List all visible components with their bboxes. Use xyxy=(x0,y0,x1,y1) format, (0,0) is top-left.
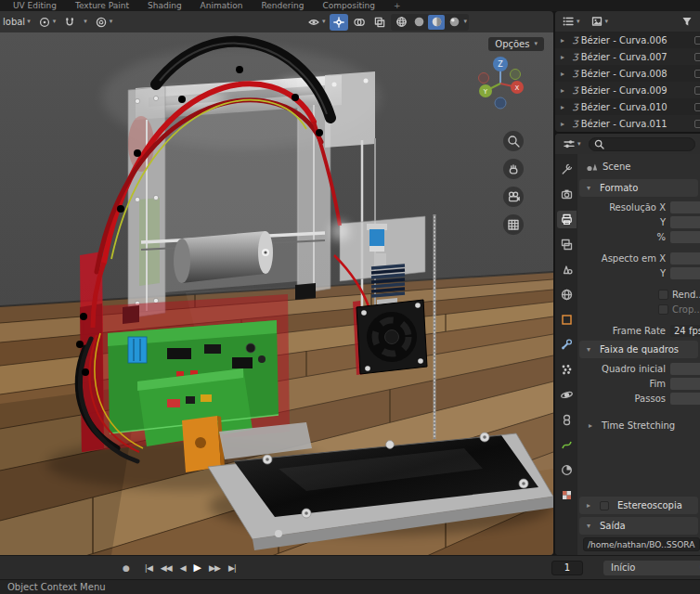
add-workspace-button[interactable]: + xyxy=(394,1,401,10)
section-title: Faixa de quadros xyxy=(600,344,679,355)
tab-object[interactable] xyxy=(557,311,577,329)
next-keyframe-button[interactable]: ▶▶ xyxy=(209,563,220,573)
xray-toggle[interactable] xyxy=(370,14,389,31)
shading-material-preview-button[interactable] xyxy=(428,15,445,30)
snap-toggle-button[interactable] xyxy=(60,14,79,31)
aspect-y-field[interactable] xyxy=(670,267,700,279)
tab-object-data[interactable] xyxy=(557,436,577,454)
section-formato[interactable]: ▾ Formato xyxy=(579,179,698,197)
tab-physics[interactable] xyxy=(557,386,577,404)
visibility-icon[interactable] xyxy=(694,53,700,61)
expand-arrow-icon[interactable]: ▸ xyxy=(561,36,569,45)
tab-world[interactable] xyxy=(557,286,577,303)
zoom-button[interactable] xyxy=(503,131,524,151)
frame-start-field[interactable]: Início 0 xyxy=(603,561,700,575)
crop-checkbox[interactable] xyxy=(658,304,668,315)
outliner: ▾ ▾ ▸ Ʒ Bézier - Curva.006 xyxy=(555,11,700,132)
outliner-row[interactable]: ▸ Ʒ Bézier - Curva.010 xyxy=(555,98,700,115)
toggle-ortho-button[interactable] xyxy=(503,214,524,235)
expand-arrow-icon[interactable]: ▸ xyxy=(561,70,569,78)
editor-type-dropdown[interactable]: ▾ xyxy=(559,13,583,30)
show-overlays-toggle[interactable] xyxy=(350,14,369,31)
transform-orientation-dropdown[interactable]: lobal ▾ xyxy=(0,14,33,31)
resolution-y-field[interactable] xyxy=(670,216,700,228)
pan-button[interactable] xyxy=(503,159,524,179)
tab-texture[interactable] xyxy=(557,486,577,504)
visibility-icon[interactable] xyxy=(694,103,700,111)
workspace-tab-texture-paint[interactable]: Texture Paint xyxy=(75,1,129,10)
scene-breadcrumb-icon xyxy=(585,160,598,173)
tab-scene[interactable] xyxy=(557,261,577,278)
section-output[interactable]: ▾ Saída xyxy=(579,517,698,535)
tab-render[interactable] xyxy=(557,186,577,203)
visibility-icon[interactable] xyxy=(694,120,700,128)
shading-wireframe-button[interactable] xyxy=(393,15,409,30)
prev-keyframe-button[interactable]: ◀◀ xyxy=(161,563,172,573)
show-gizmos-toggle[interactable] xyxy=(330,14,348,31)
play-button[interactable]: ▶ xyxy=(194,562,201,574)
section-frame-range[interactable]: ▾ Faixa de quadros xyxy=(579,341,698,358)
outliner-row[interactable]: ▸ Ʒ Bézier - Curva.007 xyxy=(555,48,700,65)
stereoscopy-checkbox[interactable] xyxy=(600,501,609,510)
expand-arrow-icon[interactable]: ▸ xyxy=(561,86,569,95)
workspace-tab-rendering[interactable]: Rendering xyxy=(261,1,304,10)
shading-rendered-button[interactable] xyxy=(446,15,462,30)
current-frame-field[interactable]: 1 xyxy=(551,561,583,575)
visibility-icon[interactable] xyxy=(694,70,700,78)
section-stereoscopy[interactable]: ▸ Estereoscopia xyxy=(579,497,698,514)
tool-icon xyxy=(560,162,574,176)
outliner-row[interactable]: ▸ Ʒ Bézier - Curva.009 xyxy=(555,82,700,98)
workspace-tab-shading[interactable]: Shading xyxy=(148,1,182,10)
auto-keying-toggle[interactable]: ● xyxy=(123,563,130,573)
frame-rate-dropdown[interactable]: 24 fps xyxy=(670,325,700,337)
visibility-icon[interactable] xyxy=(694,86,700,95)
frame-start-field[interactable] xyxy=(670,363,700,375)
visibility-icon[interactable] xyxy=(694,36,700,45)
field-row-aspect-y: Y xyxy=(577,265,700,280)
filter-button[interactable] xyxy=(678,13,696,30)
tab-material[interactable] xyxy=(557,461,577,479)
properties-search-field[interactable] xyxy=(589,137,695,151)
outliner-row[interactable]: ▸ Ʒ Bézier - Curva.006 xyxy=(555,32,700,48)
tab-view-layer[interactable] xyxy=(557,236,577,253)
camera-view-button[interactable] xyxy=(503,187,524,207)
subpanel-time-stretching[interactable]: ▸ Time Stretching xyxy=(577,417,700,433)
jump-to-start-button[interactable]: |◀ xyxy=(145,563,152,573)
outliner-row[interactable]: ▸ Ʒ Bézier - Curva.011 xyxy=(555,115,700,132)
play-reverse-button[interactable]: ◀ xyxy=(180,563,186,573)
workspace-tab-uv-editing[interactable]: UV Editing xyxy=(13,1,57,10)
tab-output[interactable] xyxy=(557,211,577,228)
outliner-row[interactable]: ▸ Ʒ Bézier - Curva.008 xyxy=(555,65,700,82)
playback-controls: |◀ ◀◀ ◀ ▶ ▶▶ ▶| xyxy=(145,562,236,574)
pivot-point-dropdown[interactable]: ▾ xyxy=(35,14,59,31)
output-path-field[interactable]: /home/nathan/BO..SSORA xyxy=(583,537,700,551)
aspect-x-field[interactable] xyxy=(670,252,700,265)
outliner-item-label: Bézier - Curva.007 xyxy=(581,52,668,62)
snap-settings-dropdown[interactable]: ▾ xyxy=(81,14,90,31)
shading-solid-button[interactable] xyxy=(410,15,427,30)
jump-to-end-button[interactable]: ▶| xyxy=(228,563,236,573)
resolution-percent-field[interactable] xyxy=(670,231,700,243)
resolution-x-field[interactable] xyxy=(670,201,700,213)
render-region-checkbox[interactable] xyxy=(658,290,668,300)
object-visibility-dropdown[interactable]: ▾ xyxy=(305,14,329,31)
section-title: Estereoscopia xyxy=(617,500,682,510)
tab-constraints[interactable] xyxy=(557,411,577,429)
proportional-editing-toggle[interactable]: ▾ xyxy=(92,14,116,31)
expand-arrow-icon[interactable]: ▸ xyxy=(561,53,569,61)
viewport-options-dropdown[interactable]: Opções ▾ xyxy=(488,37,544,51)
workspace-tab-animation[interactable]: Animation xyxy=(201,1,243,10)
frame-end-field[interactable] xyxy=(670,378,700,390)
navigation-gizmo[interactable]: Z X Y xyxy=(472,55,529,112)
properties-editor: ▾ xyxy=(555,134,700,555)
tab-modifiers[interactable] xyxy=(557,336,577,354)
viewport-canvas[interactable]: Opções ▾ Z X Y xyxy=(0,32,553,555)
tab-particles[interactable] xyxy=(557,361,577,379)
workspace-tab-compositing[interactable]: Compositing xyxy=(322,1,374,10)
expand-arrow-icon[interactable]: ▸ xyxy=(561,103,569,111)
tab-tool[interactable] xyxy=(557,161,577,178)
expand-arrow-icon[interactable]: ▸ xyxy=(561,120,569,128)
frame-step-field[interactable] xyxy=(670,393,700,405)
properties-editor-type-dropdown[interactable]: ▾ xyxy=(560,136,584,152)
display-mode-dropdown[interactable]: ▾ xyxy=(588,13,612,30)
